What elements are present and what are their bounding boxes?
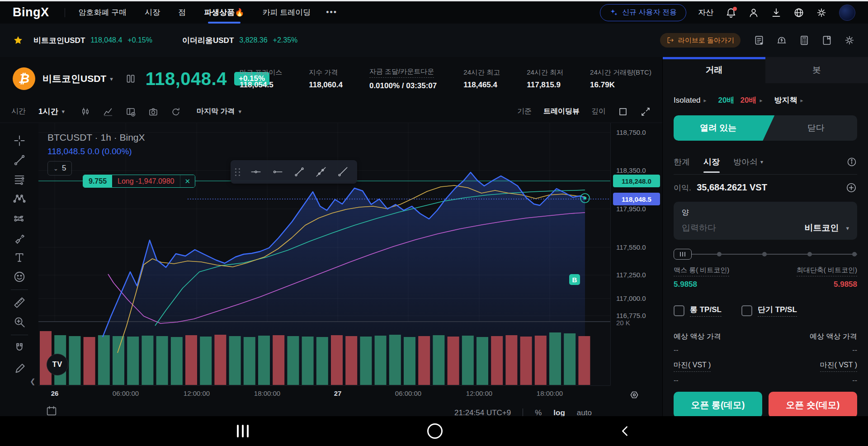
long-tpsl-checkbox[interactable]: 롱 TP/SL [674, 304, 722, 317]
ticker-item-비트코인USDT[interactable]: 비트코인USDT118,048.4+0.15% [33, 35, 152, 46]
fullscreen-icon[interactable] [640, 106, 651, 117]
candles-icon[interactable] [80, 106, 91, 117]
amount-slider[interactable] [674, 249, 857, 260]
info-icon[interactable] [846, 157, 857, 167]
download-icon[interactable] [770, 7, 782, 19]
original-size-icon[interactable] [618, 106, 628, 117]
checkbox[interactable] [674, 305, 684, 316]
hedge-mode-selector[interactable]: 방지책▸ [774, 95, 803, 105]
unit-selector[interactable]: 비트코인▾ [804, 222, 849, 234]
indicator-collapse-button[interactable]: ⌄ 5 [47, 161, 72, 176]
price-axis[interactable]: 118,750.0118,350.0117,950.0117,550.0117,… [610, 123, 662, 385]
person-icon[interactable] [748, 7, 760, 19]
magnet-icon[interactable] [13, 341, 26, 355]
news-icon[interactable] [753, 34, 765, 46]
nav-item-카피 트레이딩[interactable]: 카피 트레이딩 [262, 1, 311, 24]
text-tool-icon[interactable] [13, 251, 26, 264]
amount-input[interactable]: 양 입력하다 비트코인▾ [674, 202, 857, 240]
source-depth[interactable]: 깊이 [591, 107, 606, 116]
position-pnl[interactable]: Long -1,947.0980 [112, 175, 179, 187]
indicators-icon[interactable] [103, 106, 113, 117]
stat-자금 조달/카운트다운[interactable]: 자금 조달/카운트다운0.0100% / 03:35:07 [369, 67, 437, 90]
margin-label-long[interactable]: 마진( VST ) [674, 361, 711, 372]
trend-line-tool-icon[interactable] [289, 163, 309, 181]
trend-line-icon[interactable] [13, 153, 26, 167]
layout-plus-icon[interactable] [125, 106, 136, 117]
nav-more-button[interactable]: ••• [326, 8, 337, 17]
open-long-button[interactable]: 오픈 롱(데모) [674, 392, 762, 418]
back-button[interactable] [618, 425, 631, 437]
orderbook-columns-icon[interactable] [125, 73, 137, 85]
short-tpsl-checkbox[interactable]: 단기 TP/SL [741, 304, 797, 317]
position-close-icon[interactable]: ✕ [180, 175, 195, 187]
symbol-selector[interactable]: 비트코인USDT [42, 72, 106, 85]
camera-icon[interactable] [148, 106, 159, 117]
nav-item-시장[interactable]: 시장 [145, 1, 160, 24]
margin-mode-selector[interactable]: Isolated▸ [674, 96, 707, 105]
gear-icon[interactable] [816, 7, 827, 19]
nav-item-점[interactable]: 점 [178, 1, 186, 24]
margin-label-short[interactable]: 마진( VST ) [820, 361, 857, 372]
nav-item-파생상품[interactable]: 파생상품🔥 [204, 1, 244, 24]
home-button[interactable] [427, 423, 443, 439]
ray-tool-icon[interactable] [333, 163, 353, 181]
extended-line-tool-icon[interactable] [311, 163, 331, 181]
slider-step-dot[interactable] [807, 252, 812, 256]
gear-icon[interactable] [844, 34, 855, 46]
globe-icon[interactable] [793, 7, 805, 19]
brush-icon[interactable] [13, 231, 26, 245]
go-to-date-icon[interactable] [45, 404, 58, 417]
xabcd-pattern-icon[interactable] [13, 192, 26, 206]
slider-handle[interactable] [674, 249, 692, 260]
leverage-selector[interactable]: 20배 20배 ▸ [718, 95, 763, 105]
emoji-icon[interactable] [13, 270, 26, 284]
tab-trade[interactable]: 거래 [663, 57, 765, 83]
zoom-in-icon[interactable] [13, 315, 26, 329]
back-to-live-button[interactable]: 라이브로 돌아가기 [660, 33, 741, 47]
tradingview-logo[interactable]: TV [47, 354, 68, 375]
time-axis-label: 26 [34, 389, 75, 397]
recents-button[interactable] [237, 425, 249, 437]
ticker-item-이더리움USDT[interactable]: 이더리움USDT3,828.36+2.35% [182, 35, 297, 46]
time-axis[interactable]: 2606:00:0012:00:0018:00:002706:00:0012:0… [38, 385, 610, 402]
open-position-tab[interactable]: 열려 있는 [674, 115, 774, 141]
horizontal-line-tool-icon[interactable] [246, 163, 266, 181]
new-user-button[interactable]: 신규 사용자 전용 [600, 4, 686, 21]
ruler-icon[interactable] [13, 296, 26, 309]
slider-step-dot[interactable] [852, 252, 857, 256]
calculator-icon[interactable] [798, 34, 810, 46]
slider-step-dot[interactable] [717, 252, 722, 256]
slider-step-dot[interactable] [762, 252, 767, 256]
tab-bot[interactable]: 봇 [765, 57, 868, 83]
edit-icon[interactable] [13, 361, 26, 374]
max-short-label[interactable]: 최대단축( 비트코인) [797, 266, 857, 276]
max-long-label[interactable]: 맥스 롱( 비트코인) [674, 266, 729, 276]
checkbox[interactable] [741, 305, 752, 316]
bookmark-icon[interactable] [821, 34, 833, 46]
crosshair-icon[interactable] [13, 134, 26, 147]
horizontal-ray-tool-icon[interactable] [268, 163, 288, 181]
tab-trigger-order[interactable]: 방아쇠▾ [733, 154, 763, 170]
tab-limit-order[interactable]: 한계 [674, 154, 690, 170]
fib-retracement-icon[interactable] [13, 173, 26, 186]
source-base[interactable]: 기준 [517, 107, 532, 116]
position-qty[interactable]: 9.755 [83, 175, 112, 187]
nav-item-암호화폐 구매[interactable]: 암호화폐 구매 [79, 1, 127, 24]
drag-handle[interactable] [235, 168, 241, 176]
alarm-icon[interactable] [776, 34, 788, 46]
close-position-tab[interactable]: 닫다 [774, 115, 857, 141]
collapse-toolbar-icon[interactable]: ❮ [30, 377, 36, 385]
tab-market-order[interactable]: 시장 [703, 154, 720, 170]
long-position-icon[interactable] [13, 212, 26, 225]
bell-icon[interactable] [725, 7, 737, 19]
source-tradingview[interactable]: 트레이딩뷰 [543, 107, 580, 116]
avatar[interactable] [839, 5, 855, 21]
assets-link[interactable]: 자산 [698, 7, 713, 18]
deposit-plus-icon[interactable] [845, 182, 857, 194]
interval-selector[interactable]: 1시간 [38, 106, 58, 117]
refresh-icon[interactable] [170, 106, 181, 117]
open-short-button[interactable]: 오픈 숏(데모) [769, 392, 857, 418]
axis-settings-icon[interactable] [628, 389, 640, 401]
price-type-selector[interactable]: 마지막 가격 [197, 107, 235, 116]
favorite-star-icon[interactable] [13, 35, 24, 46]
